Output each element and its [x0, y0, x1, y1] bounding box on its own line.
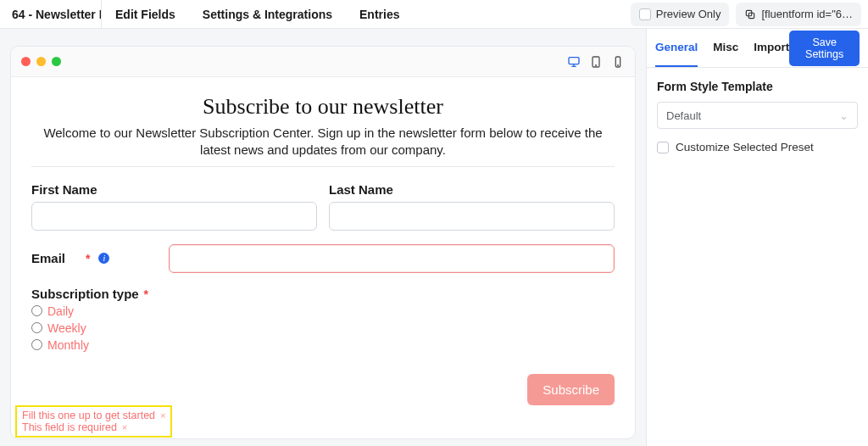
svg-point-6 — [618, 64, 619, 65]
topbar-left: 64 - Newsletter F… Edit Fields Settings … — [0, 0, 414, 28]
svg-point-4 — [596, 64, 597, 65]
subscription-row: Subscription type * Daily Weekly — [31, 287, 615, 352]
required-star-icon: * — [86, 252, 90, 265]
first-name-col: First Name — [31, 182, 317, 231]
side-panel: General Misc Import Save Settings Form S… — [646, 29, 868, 446]
main: Subscribe to our newsletter Welcome to o… — [0, 29, 868, 446]
last-name-input[interactable] — [329, 202, 615, 231]
error-line-1: Fill this one up to get started × — [22, 410, 165, 421]
first-name-input[interactable] — [31, 202, 317, 231]
window-traffic-lights — [21, 57, 61, 66]
canvas-area: Subscribe to our newsletter Welcome to o… — [0, 29, 646, 446]
tab-general[interactable]: General — [655, 29, 698, 67]
preview-body: Subscribe to our newsletter Welcome to o… — [11, 77, 635, 438]
error-line-2: This field is required × — [22, 421, 165, 433]
traffic-green-icon — [52, 57, 61, 66]
side-panel-body: Form Style Template Default ⌄ Customize … — [647, 68, 868, 165]
shortcode-chip[interactable]: [fluentform id="6… — [736, 3, 861, 26]
nav-entries[interactable]: Entries — [346, 0, 413, 28]
preview-window: Subscribe to our newsletter Welcome to o… — [10, 46, 636, 439]
customize-preset-label: Customize Selected Preset — [676, 141, 814, 153]
preview-only-checkbox-icon — [639, 8, 651, 20]
email-input[interactable] — [169, 244, 615, 273]
radio-weekly-label: Weekly — [47, 321, 86, 335]
device-switcher — [567, 55, 625, 69]
radio-monthly[interactable]: Monthly — [31, 338, 615, 352]
form-headline: Subscribe to our newsletter — [31, 94, 615, 120]
tab-misc[interactable]: Misc — [713, 29, 738, 67]
email-label: Email — [31, 251, 75, 265]
form-subheadline: Welcome to our Newsletter Subscription C… — [35, 125, 611, 159]
traffic-yellow-icon — [36, 57, 46, 66]
validation-error-box: Fill this one up to get started × This f… — [15, 405, 172, 438]
error-text-1: Fill this one up to get started — [22, 410, 155, 421]
traffic-red-icon — [21, 57, 31, 66]
form-title[interactable]: 64 - Newsletter F… — [0, 0, 102, 28]
topbar: 64 - Newsletter F… Edit Fields Settings … — [0, 0, 868, 29]
svg-rect-2 — [569, 57, 579, 64]
nav-edit-fields[interactable]: Edit Fields — [102, 0, 189, 28]
template-selected-value: Default — [666, 109, 701, 122]
form-style-template-label: Form Style Template — [657, 80, 858, 93]
shortcode-text: [fluentform id="6… — [761, 8, 853, 20]
close-icon[interactable]: × — [122, 422, 127, 432]
name-row: First Name Last Name — [31, 182, 615, 231]
topnav: Edit Fields Settings & Integrations Entr… — [102, 0, 414, 28]
nav-settings-integrations[interactable]: Settings & Integrations — [189, 0, 346, 28]
customize-preset-checkbox-icon — [657, 142, 669, 153]
required-star-icon: * — [144, 287, 148, 301]
side-tabs: General Misc Import — [655, 29, 789, 67]
radio-daily[interactable]: Daily — [31, 304, 615, 318]
save-settings-button[interactable]: Save Settings — [789, 31, 860, 66]
email-row: Email * i — [31, 244, 615, 273]
first-name-label: First Name — [31, 182, 317, 197]
preview-only-label: Preview Only — [656, 8, 721, 20]
info-icon[interactable]: i — [98, 253, 109, 264]
chevron-down-icon: ⌄ — [839, 109, 849, 122]
subscription-type-label: Subscription type — [31, 287, 139, 301]
topbar-right: Preview Only [fluentform id="6… — [631, 3, 861, 26]
tab-import[interactable]: Import — [754, 29, 789, 67]
error-text-2: This field is required — [22, 421, 117, 433]
last-name-label: Last Name — [329, 182, 615, 197]
preview-titlebar — [11, 47, 635, 77]
radio-daily-label: Daily — [47, 304, 74, 318]
desktop-icon[interactable] — [567, 55, 581, 69]
mobile-icon[interactable] — [611, 55, 625, 69]
radio-monthly-label: Monthly — [47, 338, 89, 352]
subscribe-button[interactable]: Subscribe — [527, 374, 615, 405]
side-panel-header: General Misc Import Save Settings — [647, 29, 868, 68]
radio-daily-input[interactable] — [31, 305, 42, 316]
close-icon[interactable]: × — [160, 410, 165, 421]
radio-weekly[interactable]: Weekly — [31, 321, 615, 335]
radio-weekly-input[interactable] — [31, 322, 42, 333]
copy-icon — [744, 8, 756, 20]
preview-only-toggle[interactable]: Preview Only — [631, 3, 730, 26]
form-style-template-select[interactable]: Default ⌄ — [657, 102, 858, 129]
subscription-options: Daily Weekly Monthly — [31, 304, 615, 352]
last-name-col: Last Name — [329, 182, 615, 231]
divider — [31, 166, 615, 167]
submit-row: Subscribe — [31, 374, 615, 405]
customize-preset-row[interactable]: Customize Selected Preset — [657, 141, 858, 153]
radio-monthly-input[interactable] — [31, 339, 42, 350]
tablet-icon[interactable] — [589, 55, 603, 69]
